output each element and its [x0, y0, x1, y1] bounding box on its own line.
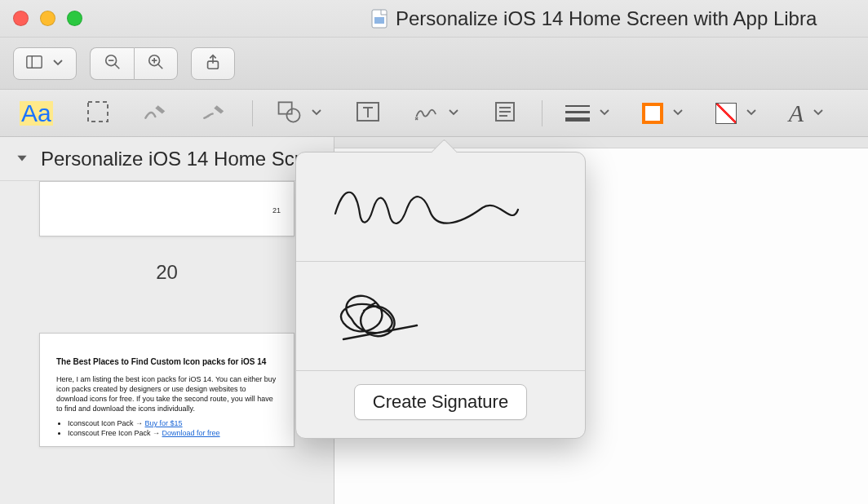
shapes-icon: [276, 98, 303, 129]
saved-signature-item[interactable]: [296, 262, 585, 371]
sidebar-header[interactable]: Personalize iOS 14 Home Scre: [0, 137, 334, 181]
draw-button[interactable]: [198, 97, 232, 130]
svg-rect-1: [374, 17, 384, 24]
signature-icon: [413, 98, 441, 129]
text-style-button[interactable]: A: [786, 97, 828, 130]
border-color-swatch-icon: [642, 103, 663, 124]
share-icon: [204, 53, 222, 74]
window-title-text: Personalize iOS 14 Home Screen with App …: [396, 7, 817, 30]
selection-rect-icon: [84, 98, 112, 129]
text-box-icon: [354, 98, 382, 129]
thumb-link[interactable]: Buy for $15: [145, 419, 183, 427]
draw-icon: [202, 98, 229, 129]
thumb-link-prefix: Iconscout Free Icon Pack →: [68, 429, 162, 437]
zoom-in-icon: [147, 53, 165, 74]
chevron-down-icon: [310, 105, 323, 122]
sidebar-toggle-button[interactable]: [13, 47, 77, 80]
thumbnail-list[interactable]: 21 20 The Best Places to Find Custom Ico…: [0, 181, 334, 504]
annotation-toolbar: Aa: [0, 90, 868, 137]
note-icon: [491, 98, 519, 129]
signature-popover: Create Signature: [295, 152, 586, 439]
fill-color-swatch-icon: [715, 103, 737, 124]
zoom-out-icon: [104, 53, 122, 74]
chevron-down-icon: [671, 105, 684, 122]
svg-rect-12: [88, 102, 108, 122]
sidebar-icon: [25, 53, 43, 74]
minimize-window-button[interactable]: [40, 11, 55, 26]
thumb-link[interactable]: Download for free: [162, 429, 220, 437]
thumb-body: Here, I am listing the best icon packs f…: [56, 374, 277, 414]
share-button[interactable]: [191, 47, 235, 80]
thumb-heading: The Best Places to Find Custom Icon pack…: [56, 356, 277, 368]
page-gap: [334, 137, 868, 148]
svg-point-14: [286, 108, 299, 122]
line-style-icon: [565, 105, 590, 122]
svg-rect-13: [278, 102, 291, 113]
chevron-down-icon: [598, 105, 611, 122]
zoom-in-button[interactable]: [134, 47, 178, 80]
text-box-button[interactable]: [351, 97, 385, 130]
disclosure-triangle-icon[interactable]: [15, 148, 29, 170]
sketch-button[interactable]: [140, 97, 174, 130]
chevron-down-icon: [51, 55, 64, 72]
traffic-lights: [13, 11, 82, 26]
chevron-down-icon: [745, 105, 758, 122]
page-number-label: 20: [39, 261, 294, 284]
text-style-icon: A: [789, 99, 804, 127]
thumb-page-tiny-number: 21: [272, 206, 281, 214]
shapes-button[interactable]: [272, 97, 326, 130]
page-thumbnail[interactable]: 21: [39, 181, 294, 237]
svg-line-5: [114, 64, 119, 69]
thumbnail-sidebar: Personalize iOS 14 Home Scre 21 20 The B…: [0, 137, 334, 504]
sign-button[interactable]: [410, 97, 463, 130]
zoom-window-button[interactable]: [67, 11, 82, 26]
svg-rect-2: [27, 55, 42, 68]
thumb-link-item: Iconscout Free Icon Pack → Download for …: [68, 428, 277, 438]
highlight-text-label: Aa: [20, 101, 53, 126]
saved-signature-item[interactable]: [296, 153, 585, 262]
page-thumbnail[interactable]: The Best Places to Find Custom Icon pack…: [39, 333, 294, 447]
toolbar-separator: [542, 100, 542, 126]
thumb-link-item: Iconscout Icon Pack → Buy for $15: [68, 418, 277, 428]
create-signature-button[interactable]: Create Signature: [354, 384, 527, 420]
thumb-link-prefix: Iconscout Icon Pack →: [68, 419, 145, 427]
window-title: Personalize iOS 14 Home Screen with App …: [371, 0, 817, 38]
sidebar-doc-title: Personalize iOS 14 Home Scre: [41, 148, 312, 170]
border-color-button[interactable]: [639, 97, 688, 130]
toolbar-separator: [252, 100, 253, 126]
selection-rect-button[interactable]: [81, 97, 115, 130]
chevron-down-icon: [812, 105, 825, 122]
zoom-group: [90, 47, 178, 80]
signature-preview-icon: [319, 169, 531, 245]
chevron-down-icon: [447, 105, 460, 122]
signature-popover-footer: Create Signature: [296, 371, 585, 438]
main-toolbar: [0, 38, 868, 90]
sketch-icon: [143, 98, 170, 129]
zoom-out-button[interactable]: [90, 47, 134, 80]
highlight-text-button[interactable]: Aa: [16, 97, 56, 130]
note-button[interactable]: [488, 97, 522, 130]
document-icon: [371, 9, 388, 29]
window-titlebar: Personalize iOS 14 Home Screen with App …: [0, 0, 868, 38]
close-window-button[interactable]: [13, 11, 29, 26]
line-style-button[interactable]: [562, 97, 614, 130]
signature-preview-icon: [319, 278, 531, 355]
svg-line-8: [158, 64, 163, 69]
fill-color-button[interactable]: [712, 97, 761, 130]
